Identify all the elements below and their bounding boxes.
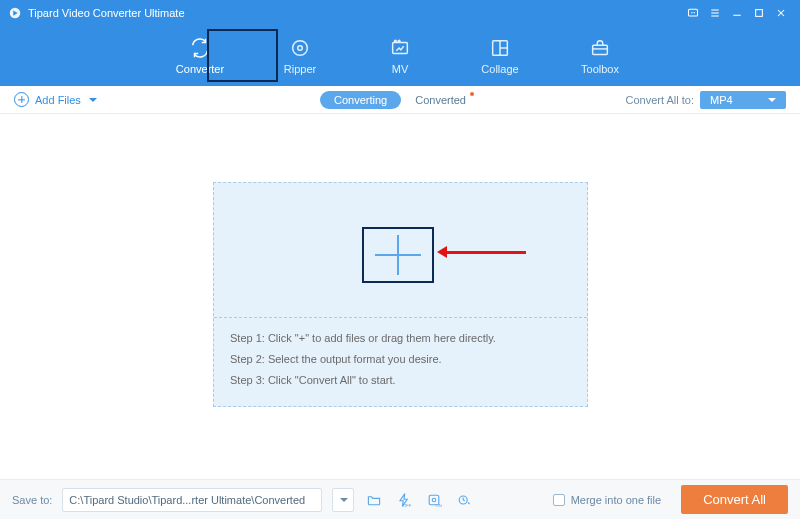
annotation-arrow-icon <box>446 251 526 254</box>
svg-point-15 <box>395 40 397 42</box>
tab-label: Converter <box>176 63 224 75</box>
task-schedule-button[interactable] <box>454 490 474 510</box>
step-2-text: Step 2: Select the output format you des… <box>230 349 571 370</box>
tab-mv[interactable]: MV <box>372 37 428 75</box>
svg-rect-9 <box>756 10 763 17</box>
menu-icon[interactable] <box>704 0 726 26</box>
tab-converted-label: Converted <box>415 94 466 106</box>
hardware-accel-button[interactable]: OFF <box>394 490 414 510</box>
app-logo-icon <box>8 6 22 20</box>
plus-circle-icon <box>14 92 29 107</box>
checkbox-icon <box>553 494 565 506</box>
collage-icon <box>489 37 511 59</box>
convert-all-to: Convert All to: MP4 <box>626 91 786 109</box>
status-tabs: Converting Converted <box>320 91 480 109</box>
step-3-text: Step 3: Click "Convert All" to start. <box>230 370 571 391</box>
add-files-label: Add Files <box>35 94 81 106</box>
drop-zone-top <box>214 183 587 318</box>
svg-point-13 <box>298 46 303 51</box>
tab-label: MV <box>392 63 409 75</box>
toolbar: Add Files Converting Converted Convert A… <box>0 86 800 114</box>
toolbox-icon <box>589 37 611 59</box>
app-root: Tipard Video Converter Ultimate Converte… <box>0 0 800 519</box>
convert-all-button[interactable]: Convert All <box>681 485 788 514</box>
svg-rect-20 <box>593 45 608 54</box>
titlebar: Tipard Video Converter Ultimate <box>0 0 800 26</box>
svg-point-12 <box>293 41 308 56</box>
merge-label: Merge into one file <box>571 494 662 506</box>
maximize-button[interactable] <box>748 0 770 26</box>
chevron-down-icon <box>768 98 776 102</box>
tab-converting[interactable]: Converting <box>320 91 401 109</box>
tab-toolbox[interactable]: Toolbox <box>572 37 628 75</box>
high-speed-button[interactable]: ON <box>424 490 444 510</box>
svg-point-2 <box>691 12 692 13</box>
tab-collage[interactable]: Collage <box>472 37 528 75</box>
output-path-field[interactable]: C:\Tipard Studio\Tipard...rter Ultimate\… <box>62 488 322 512</box>
add-files-button[interactable]: Add Files <box>14 92 97 107</box>
convert-all-to-label: Convert All to: <box>626 94 694 106</box>
mv-icon <box>389 37 411 59</box>
output-path-value: C:\Tipard Studio\Tipard...rter Ultimate\… <box>69 494 305 506</box>
svg-point-3 <box>692 12 693 13</box>
notification-dot-icon <box>470 92 474 96</box>
output-format-value: MP4 <box>710 94 733 106</box>
tab-label: Toolbox <box>581 63 619 75</box>
open-folder-button[interactable] <box>364 490 384 510</box>
svg-point-4 <box>694 12 695 13</box>
feedback-icon[interactable] <box>682 0 704 26</box>
app-title: Tipard Video Converter Ultimate <box>28 7 185 19</box>
svg-point-16 <box>398 40 400 42</box>
minimize-button[interactable] <box>726 0 748 26</box>
svg-text:ON: ON <box>436 503 442 508</box>
converter-icon <box>189 37 211 59</box>
tab-label: Ripper <box>284 63 316 75</box>
tab-converted[interactable]: Converted <box>401 91 480 109</box>
tab-converter[interactable]: Converter <box>172 37 228 75</box>
merge-into-one-checkbox[interactable]: Merge into one file <box>553 494 662 506</box>
instruction-steps: Step 1: Click "+" to add files or drag t… <box>214 318 587 401</box>
tab-label: Collage <box>481 63 518 75</box>
svg-point-24 <box>433 498 437 502</box>
main-tabs: Converter Ripper MV Collage Toolbox <box>0 26 800 86</box>
main-panel: Step 1: Click "+" to add files or drag t… <box>0 114 800 479</box>
drop-zone[interactable]: Step 1: Click "+" to add files or drag t… <box>213 182 588 407</box>
save-to-label: Save to: <box>12 494 52 506</box>
output-path-dropdown[interactable] <box>332 488 354 512</box>
ripper-icon <box>289 37 311 59</box>
chevron-down-icon <box>340 498 348 502</box>
output-format-select[interactable]: MP4 <box>700 91 786 109</box>
step-1-text: Step 1: Click "+" to add files or drag t… <box>230 328 571 349</box>
tab-ripper[interactable]: Ripper <box>272 37 328 75</box>
svg-text:OFF: OFF <box>404 503 413 508</box>
close-button[interactable] <box>770 0 792 26</box>
footer: Save to: C:\Tipard Studio\Tipard...rter … <box>0 479 800 519</box>
add-file-plus-button[interactable] <box>362 227 434 283</box>
chevron-down-icon <box>89 98 97 102</box>
